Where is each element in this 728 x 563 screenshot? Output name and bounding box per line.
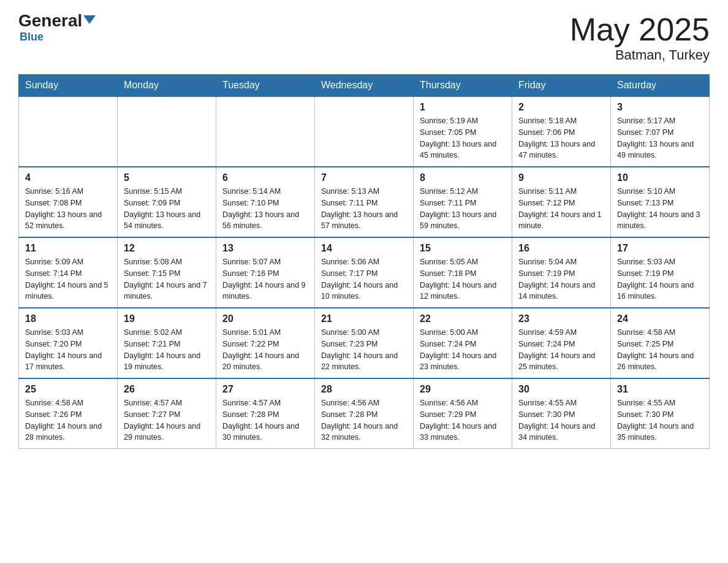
- calendar-cell-4-7: 24Sunrise: 4:58 AMSunset: 7:25 PMDayligh…: [611, 308, 710, 378]
- day-info: Sunrise: 5:17 AMSunset: 7:07 PMDaylight:…: [617, 115, 703, 161]
- month-title: May 2025: [570, 12, 710, 47]
- day-number: 5: [124, 172, 210, 183]
- calendar-cell-5-2: 26Sunrise: 4:57 AMSunset: 7:27 PMDayligh…: [118, 378, 216, 449]
- day-info: Sunrise: 4:55 AMSunset: 7:30 PMDaylight:…: [617, 397, 703, 443]
- day-number: 15: [420, 243, 506, 254]
- calendar-cell-4-1: 18Sunrise: 5:03 AMSunset: 7:20 PMDayligh…: [19, 308, 118, 378]
- day-info: Sunrise: 5:10 AMSunset: 7:13 PMDaylight:…: [617, 186, 703, 232]
- header-wednesday: Wednesday: [315, 75, 414, 97]
- calendar-cell-5-7: 31Sunrise: 4:55 AMSunset: 7:30 PMDayligh…: [611, 378, 710, 449]
- header-tuesday: Tuesday: [216, 75, 315, 97]
- day-number: 1: [420, 102, 506, 113]
- day-number: 25: [25, 384, 111, 395]
- calendar-cell-3-1: 11Sunrise: 5:09 AMSunset: 7:14 PMDayligh…: [19, 237, 118, 308]
- day-info: Sunrise: 5:12 AMSunset: 7:11 PMDaylight:…: [420, 186, 506, 232]
- location-title: Batman, Turkey: [570, 47, 710, 63]
- calendar-cell-3-5: 15Sunrise: 5:05 AMSunset: 7:18 PMDayligh…: [414, 237, 512, 308]
- day-number: 26: [124, 384, 210, 395]
- day-info: Sunrise: 4:59 AMSunset: 7:24 PMDaylight:…: [518, 327, 604, 373]
- day-info: Sunrise: 5:07 AMSunset: 7:16 PMDaylight:…: [222, 256, 308, 302]
- week-row-3: 11Sunrise: 5:09 AMSunset: 7:14 PMDayligh…: [19, 237, 710, 308]
- day-info: Sunrise: 5:18 AMSunset: 7:06 PMDaylight:…: [518, 115, 604, 161]
- day-info: Sunrise: 5:03 AMSunset: 7:20 PMDaylight:…: [25, 327, 111, 373]
- day-number: 9: [518, 172, 604, 183]
- calendar-cell-2-7: 10Sunrise: 5:10 AMSunset: 7:13 PMDayligh…: [611, 167, 710, 237]
- calendar-cell-1-2: [118, 96, 216, 167]
- day-number: 14: [321, 243, 407, 254]
- calendar-cell-1-4: [315, 96, 414, 167]
- logo-triangle-icon: [83, 15, 96, 24]
- week-row-1: 1Sunrise: 5:19 AMSunset: 7:05 PMDaylight…: [19, 96, 710, 167]
- day-info: Sunrise: 4:55 AMSunset: 7:30 PMDaylight:…: [518, 397, 604, 443]
- day-info: Sunrise: 5:16 AMSunset: 7:08 PMDaylight:…: [25, 186, 111, 232]
- header-saturday: Saturday: [611, 75, 710, 97]
- day-number: 20: [222, 313, 308, 324]
- day-number: 24: [617, 313, 703, 324]
- day-info: Sunrise: 5:00 AMSunset: 7:24 PMDaylight:…: [420, 327, 506, 373]
- week-row-2: 4Sunrise: 5:16 AMSunset: 7:08 PMDaylight…: [19, 167, 710, 237]
- calendar-cell-5-5: 29Sunrise: 4:56 AMSunset: 7:29 PMDayligh…: [414, 378, 512, 449]
- calendar-cell-4-6: 23Sunrise: 4:59 AMSunset: 7:24 PMDayligh…: [512, 308, 611, 378]
- day-number: 3: [617, 102, 703, 113]
- day-info: Sunrise: 4:56 AMSunset: 7:28 PMDaylight:…: [321, 397, 407, 443]
- calendar-cell-3-2: 12Sunrise: 5:08 AMSunset: 7:15 PMDayligh…: [118, 237, 216, 308]
- day-number: 10: [617, 172, 703, 183]
- day-info: Sunrise: 5:14 AMSunset: 7:10 PMDaylight:…: [222, 186, 308, 232]
- day-info: Sunrise: 5:13 AMSunset: 7:11 PMDaylight:…: [321, 186, 407, 232]
- day-info: Sunrise: 5:00 AMSunset: 7:23 PMDaylight:…: [321, 327, 407, 373]
- day-number: 12: [124, 243, 210, 254]
- calendar-cell-2-2: 5Sunrise: 5:15 AMSunset: 7:09 PMDaylight…: [118, 167, 216, 237]
- day-info: Sunrise: 5:15 AMSunset: 7:09 PMDaylight:…: [124, 186, 210, 232]
- day-number: 4: [25, 172, 111, 183]
- day-info: Sunrise: 5:19 AMSunset: 7:05 PMDaylight:…: [420, 115, 506, 161]
- calendar-cell-1-7: 3Sunrise: 5:17 AMSunset: 7:07 PMDaylight…: [611, 96, 710, 167]
- day-info: Sunrise: 5:11 AMSunset: 7:12 PMDaylight:…: [518, 186, 604, 232]
- day-number: 8: [420, 172, 506, 183]
- calendar-cell-5-1: 25Sunrise: 4:58 AMSunset: 7:26 PMDayligh…: [19, 378, 118, 449]
- day-number: 23: [518, 313, 604, 324]
- header-sunday: Sunday: [19, 75, 118, 97]
- day-number: 7: [321, 172, 407, 183]
- calendar-cell-2-6: 9Sunrise: 5:11 AMSunset: 7:12 PMDaylight…: [512, 167, 611, 237]
- day-info: Sunrise: 5:04 AMSunset: 7:19 PMDaylight:…: [518, 256, 604, 302]
- day-number: 19: [124, 313, 210, 324]
- logo-general-blue: General: [18, 12, 96, 29]
- calendar-cell-5-3: 27Sunrise: 4:57 AMSunset: 7:28 PMDayligh…: [216, 378, 315, 449]
- day-info: Sunrise: 5:02 AMSunset: 7:21 PMDaylight:…: [124, 327, 210, 373]
- calendar-cell-4-5: 22Sunrise: 5:00 AMSunset: 7:24 PMDayligh…: [414, 308, 512, 378]
- calendar-cell-1-5: 1Sunrise: 5:19 AMSunset: 7:05 PMDaylight…: [414, 96, 512, 167]
- calendar-cell-4-3: 20Sunrise: 5:01 AMSunset: 7:22 PMDayligh…: [216, 308, 315, 378]
- calendar-header-row: SundayMondayTuesdayWednesdayThursdayFrid…: [19, 75, 710, 97]
- calendar-cell-3-4: 14Sunrise: 5:06 AMSunset: 7:17 PMDayligh…: [315, 237, 414, 308]
- calendar-cell-2-4: 7Sunrise: 5:13 AMSunset: 7:11 PMDaylight…: [315, 167, 414, 237]
- day-number: 6: [222, 172, 308, 183]
- calendar-cell-1-1: [19, 96, 118, 167]
- day-number: 11: [25, 243, 111, 254]
- header-friday: Friday: [512, 75, 611, 97]
- day-info: Sunrise: 4:58 AMSunset: 7:25 PMDaylight:…: [617, 327, 703, 373]
- calendar-cell-4-4: 21Sunrise: 5:00 AMSunset: 7:23 PMDayligh…: [315, 308, 414, 378]
- page-header: General Blue May 2025 Batman, Turkey: [18, 12, 710, 63]
- day-number: 17: [617, 243, 703, 254]
- calendar-cell-3-3: 13Sunrise: 5:07 AMSunset: 7:16 PMDayligh…: [216, 237, 315, 308]
- header-monday: Monday: [118, 75, 216, 97]
- calendar-cell-5-4: 28Sunrise: 4:56 AMSunset: 7:28 PMDayligh…: [315, 378, 414, 449]
- day-info: Sunrise: 5:06 AMSunset: 7:17 PMDaylight:…: [321, 256, 407, 302]
- day-info: Sunrise: 5:09 AMSunset: 7:14 PMDaylight:…: [25, 256, 111, 302]
- day-number: 28: [321, 384, 407, 395]
- calendar-cell-5-6: 30Sunrise: 4:55 AMSunset: 7:30 PMDayligh…: [512, 378, 611, 449]
- day-number: 22: [420, 313, 506, 324]
- day-info: Sunrise: 5:03 AMSunset: 7:19 PMDaylight:…: [617, 256, 703, 302]
- day-number: 31: [617, 384, 703, 395]
- day-number: 29: [420, 384, 506, 395]
- calendar-cell-2-3: 6Sunrise: 5:14 AMSunset: 7:10 PMDaylight…: [216, 167, 315, 237]
- day-info: Sunrise: 4:58 AMSunset: 7:26 PMDaylight:…: [25, 397, 111, 443]
- day-number: 13: [222, 243, 308, 254]
- logo-general: General: [18, 11, 82, 30]
- week-row-5: 25Sunrise: 4:58 AMSunset: 7:26 PMDayligh…: [19, 378, 710, 449]
- week-row-4: 18Sunrise: 5:03 AMSunset: 7:20 PMDayligh…: [19, 308, 710, 378]
- calendar-cell-1-6: 2Sunrise: 5:18 AMSunset: 7:06 PMDaylight…: [512, 96, 611, 167]
- day-info: Sunrise: 4:57 AMSunset: 7:27 PMDaylight:…: [124, 397, 210, 443]
- day-info: Sunrise: 5:05 AMSunset: 7:18 PMDaylight:…: [420, 256, 506, 302]
- day-info: Sunrise: 5:08 AMSunset: 7:15 PMDaylight:…: [124, 256, 210, 302]
